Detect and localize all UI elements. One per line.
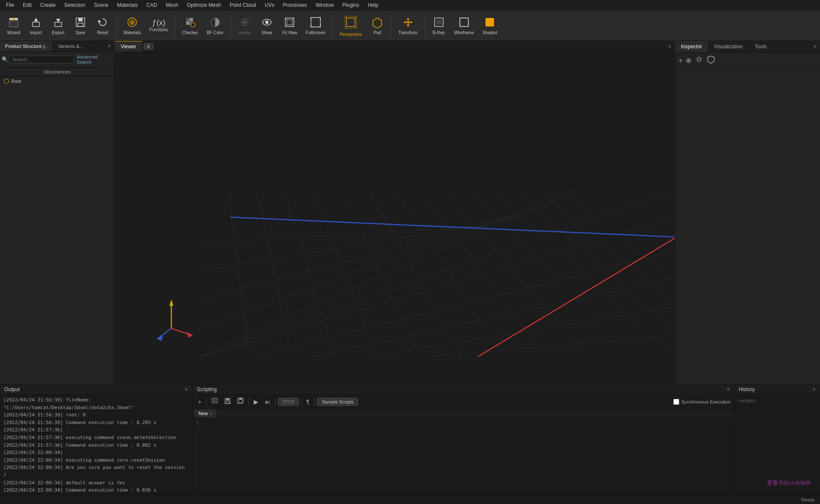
menu-edit[interactable]: Edit [18, 1, 36, 9]
wizard-button[interactable]: Wizard [3, 15, 24, 37]
right-panel-close[interactable]: × [810, 42, 820, 51]
status-bar: Ready [0, 495, 820, 504]
checker-button[interactable]: Checker [179, 15, 201, 37]
svg-rect-16 [189, 18, 193, 21]
menu-help[interactable]: Help [364, 1, 383, 9]
add-item-icon[interactable]: + [678, 57, 682, 65]
scripting-edit-button[interactable] [209, 396, 220, 407]
reset-button[interactable]: Reset [92, 15, 113, 37]
viewer-canvas[interactable]: Part Occurrences 0 Triangles 0 Points 0 … [115, 52, 675, 383]
scripting-save-button[interactable] [222, 396, 233, 407]
menu-optimize-mesh[interactable]: Optimize Mesh [183, 1, 225, 9]
scripting-play-file-button[interactable]: ⏯ [262, 397, 272, 407]
script-tab-new-close[interactable]: × [210, 411, 212, 416]
transform-button[interactable]: Transform [395, 15, 421, 37]
script-sep-2 [249, 398, 249, 406]
tab-tools[interactable]: Tools [749, 41, 773, 52]
search-input[interactable] [9, 56, 74, 63]
save-button[interactable]: Save [70, 15, 91, 37]
menu-materials[interactable]: Materials [112, 1, 142, 9]
output-line-4: [2022/04/24 21:57:36] executing command … [3, 434, 189, 442]
menu-window[interactable]: Window [311, 1, 338, 9]
menu-scene[interactable]: Scene [89, 1, 112, 9]
menu-create[interactable]: Create [36, 1, 60, 9]
menu-point-cloud[interactable]: Point Cloud [225, 1, 261, 9]
viewer-pause-button[interactable]: ⏸ [144, 43, 153, 50]
fullscreen-button[interactable]: Fullscreen [302, 15, 329, 37]
part-button[interactable]: Part [367, 15, 388, 37]
svg-rect-1 [9, 21, 18, 27]
shaded-icon [484, 16, 496, 29]
output-close-button[interactable]: × [185, 386, 188, 392]
svg-rect-35 [346, 18, 355, 27]
bf-color-button[interactable]: BF Color [203, 15, 227, 37]
viewer-tab[interactable]: Viewer [115, 41, 142, 52]
advanced-search-button[interactable]: Advanced Search [75, 53, 112, 65]
settings-icon[interactable] [695, 55, 703, 66]
tree-item-root[interactable]: Root [0, 77, 114, 86]
perspective-button[interactable]: Perspective [336, 13, 365, 38]
occurrences-header: Occurrences [0, 68, 114, 77]
script-editor[interactable]: 1 [192, 418, 734, 504]
wireframe-label: Wireframe [454, 30, 474, 35]
wizard-label: Wizard [7, 30, 20, 35]
scripting-stop-button[interactable]: STOP [278, 398, 299, 406]
svg-rect-97 [226, 398, 229, 401]
inspector-toolbar: + ⊕ [675, 53, 820, 69]
toolbar-sep-4 [332, 15, 333, 36]
script-sep-4 [301, 398, 302, 406]
menu-uvs[interactable]: UVs [261, 1, 279, 9]
scripting-play-button[interactable]: ▶ [252, 397, 261, 407]
menu-processes[interactable]: Processes [279, 1, 311, 9]
isolate-button[interactable]: Isolate [234, 15, 255, 37]
svg-rect-55 [485, 18, 494, 27]
tab-inspector[interactable]: Inspector [675, 41, 708, 52]
shaded-button[interactable]: Shaded [479, 15, 500, 37]
script-tab-new-label: New [198, 411, 208, 416]
import-button[interactable]: Import [26, 15, 46, 37]
viewer-close-button[interactable]: × [665, 42, 675, 51]
add-icon[interactable]: ⊕ [686, 56, 691, 65]
scripting-add-button[interactable]: + [196, 397, 204, 407]
scripting-paragraph-button[interactable]: ¶ [304, 397, 312, 407]
output-line-0: [2022/04/24 21:56:39] fileName: "C:/User… [3, 396, 189, 411]
brep-button[interactable]: B-Rep [429, 15, 449, 37]
svg-point-19 [190, 22, 195, 27]
tab-visualization[interactable]: Visualization [708, 41, 749, 52]
sync-execution-checkbox[interactable] [673, 399, 679, 405]
import-label: Import [30, 30, 42, 35]
output-content: [2022/04/24 21:56:39] fileName: "C:/User… [0, 395, 192, 504]
menu-plugins[interactable]: Plugins [338, 1, 363, 9]
brep-label: B-Rep [432, 30, 444, 35]
history-panel-header: History × [734, 385, 820, 395]
sample-scripts-button[interactable]: Sample Scripts [317, 398, 358, 406]
history-label: History [739, 386, 755, 392]
wireframe-button[interactable]: Wireframe [451, 15, 477, 37]
functions-button[interactable]: ƒ(x) Functions [146, 17, 172, 34]
export-label: Export [52, 30, 65, 35]
svg-point-92 [696, 56, 702, 62]
tab-product-structure[interactable]: Product Structure (.. [0, 41, 53, 51]
menu-file[interactable]: File [2, 1, 18, 9]
part-icon [371, 16, 383, 29]
left-panel-close[interactable]: × [104, 41, 114, 51]
history-close-button[interactable]: × [813, 386, 816, 392]
script-tab-new[interactable]: New × [194, 409, 216, 418]
scripting-save-all-button[interactable] [235, 396, 246, 407]
main-toolbar: Wizard Import Export Save Reset Material… [0, 10, 820, 41]
scripting-close-button[interactable]: × [727, 386, 730, 392]
menu-cad[interactable]: CAD [142, 1, 161, 9]
svg-rect-10 [78, 18, 83, 21]
materials-button[interactable]: Materials [120, 15, 145, 37]
menu-selection[interactable]: Selection [60, 1, 89, 9]
toolbar-sep-1 [116, 15, 117, 36]
output-line-7: [2022/04/24 22:00:34] executing command … [3, 457, 189, 464]
sync-execution-label[interactable]: Synchronous Execution [673, 399, 731, 405]
viewer-tabs: Viewer ⏸ × [115, 41, 675, 52]
show-button[interactable]: Show [257, 15, 277, 37]
fit-view-button[interactable]: Fit View [279, 15, 301, 37]
history-content: <empty> [734, 395, 820, 504]
export-button[interactable]: Export [48, 15, 68, 37]
menu-mesh[interactable]: Mesh [162, 1, 183, 9]
tab-variants[interactable]: Variants &... [53, 41, 89, 51]
